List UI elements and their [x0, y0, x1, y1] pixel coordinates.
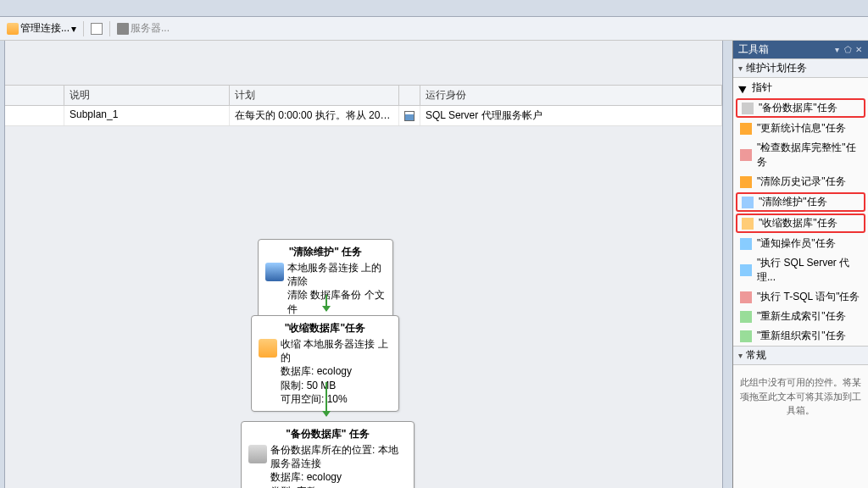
task-icon — [740, 238, 752, 250]
right-tab-rail[interactable] — [722, 41, 732, 488]
toolbox-item[interactable]: "重新生成索引"任务 — [733, 307, 868, 326]
toolbox-item[interactable]: "收缩数据库"任务 — [736, 214, 865, 233]
toolbox-item[interactable]: "备份数据库"任务 — [736, 98, 865, 118]
separator — [83, 21, 84, 36]
item-label: "重新组织索引"任务 — [757, 329, 846, 343]
task-icon — [742, 103, 754, 114]
separator — [109, 21, 110, 36]
task-icon — [740, 291, 752, 303]
task-icon — [742, 218, 754, 230]
item-label: 指针 — [752, 80, 772, 95]
item-label: "清除历史记录"任务 — [757, 175, 846, 189]
window-titlebar — [0, 0, 868, 17]
chevron-down-icon: ▾ — [738, 64, 743, 73]
grid-header: 说明 计划 运行身份 — [5, 85, 722, 106]
task-title: "收缩数据库"任务 — [259, 321, 392, 336]
toolbox-item[interactable]: "清除维护"任务 — [736, 192, 865, 212]
table-row[interactable]: Subplan_1 在每天的 0:00:00 执行。将从 2022/... SQ… — [5, 106, 722, 126]
cell-name: Subplan_1 — [64, 106, 230, 125]
task-icon — [740, 123, 752, 135]
toolbar: 管理连接... ▾ 服务器... — [0, 17, 868, 41]
manage-label: 管理连接... — [20, 21, 70, 36]
toolbox-item[interactable]: "检查数据库完整性"任务 — [733, 138, 868, 172]
toolbox-item[interactable]: "执行 T-SQL 语句"任务 — [733, 287, 868, 307]
section-general[interactable]: ▾ 常规 — [733, 346, 868, 365]
db-icon — [7, 23, 19, 35]
server-icon — [117, 23, 129, 35]
task-icon — [738, 82, 748, 93]
task-icon — [740, 264, 752, 276]
task-icon — [740, 176, 752, 188]
task-icon — [740, 311, 752, 323]
toolbox-item[interactable]: 指针 — [733, 78, 868, 97]
toolbox-item[interactable]: "重新组织索引"任务 — [733, 326, 868, 346]
item-label: "收缩数据库"任务 — [759, 216, 837, 230]
copy-icon — [91, 23, 103, 35]
cell-id: SQL Server 代理服务帐户 — [420, 106, 722, 125]
item-label: "清除维护"任务 — [759, 195, 827, 209]
item-label: "备份数据库"任务 — [759, 101, 837, 115]
item-label: "重新生成索引"任务 — [757, 309, 846, 324]
servers-button[interactable]: 服务器... — [114, 19, 173, 37]
shrink-icon — [259, 339, 277, 358]
toolbox-item[interactable]: "执行 SQL Server 代理... — [733, 253, 868, 287]
task-icon — [740, 149, 752, 161]
manage-connections-button[interactable]: 管理连接... ▾ — [3, 19, 80, 37]
task-text: 收缩 本地服务器连接 上的 数据库: ecology 限制: 50 MB 可用空… — [281, 337, 392, 406]
close-icon[interactable]: ✕ — [854, 46, 863, 54]
design-canvas[interactable]: "清除维护" 任务 本地服务器连接 上的清除 清除 数据库备份 个文件 保留时间… — [5, 126, 722, 488]
task-title: "清除维护" 任务 — [265, 245, 386, 259]
toolbox-item[interactable]: "通知操作员"任务 — [733, 234, 868, 253]
toolbox-title: 工具箱 ▾ ⬠ ✕ — [733, 41, 868, 58]
copy-button[interactable] — [87, 21, 106, 36]
section-maintenance[interactable]: ▾ 维护计划任务 — [733, 58, 868, 78]
spacer — [5, 41, 722, 85]
item-label: "执行 SQL Server 代理... — [757, 256, 861, 285]
schedule-button[interactable] — [399, 106, 420, 125]
backup-icon — [248, 445, 267, 463]
servers-label: 服务器... — [131, 21, 170, 36]
item-label: "更新统计信息"任务 — [757, 121, 846, 136]
col-id: 运行身份 — [420, 86, 722, 105]
col-desc: 说明 — [64, 86, 230, 105]
task-icon — [742, 197, 754, 208]
task-title: "备份数据库" 任务 — [248, 427, 407, 441]
chevron-down-icon: ▾ — [738, 351, 743, 360]
toolbox-panel: 工具箱 ▾ ⬠ ✕ ▾ 维护计划任务 指针"备份数据库"任务"更新统计信息"任务… — [732, 41, 868, 488]
toolbox-item[interactable]: "清除历史记录"任务 — [733, 172, 868, 191]
task-icon — [740, 330, 752, 342]
cleanup-icon — [265, 263, 284, 281]
toolbox-items: 指针"备份数据库"任务"更新统计信息"任务"检查数据库完整性"任务"清除历史记录… — [733, 78, 868, 346]
cell-plan: 在每天的 0:00:00 执行。将从 2022/... — [230, 106, 399, 125]
item-label: "检查数据库完整性"任务 — [757, 141, 861, 169]
toolbox-item[interactable]: "更新统计信息"任务 — [733, 119, 868, 138]
col-plan: 计划 — [230, 86, 399, 105]
task-backup[interactable]: "备份数据库" 任务 备份数据库所在的位置: 本地服务器连接 数据库: ecol… — [241, 421, 415, 488]
calendar-icon — [404, 111, 415, 121]
arrow — [326, 382, 327, 416]
arrow — [326, 295, 327, 311]
dropdown-icon: ▾ — [71, 23, 76, 35]
pin-icon[interactable]: ⬠ — [843, 46, 852, 54]
task-text: 备份数据库所在的位置: 本地服务器连接 数据库: ecology 类型: 完整 … — [270, 443, 407, 488]
item-label: "通知操作员"任务 — [757, 236, 836, 251]
toolbox-empty-msg: 此组中没有可用的控件。将某项拖至此文本可将其添加到工具箱。 — [733, 365, 868, 428]
item-label: "执行 T-SQL 语句"任务 — [757, 290, 860, 304]
dropdown-icon[interactable]: ▾ — [832, 46, 841, 54]
